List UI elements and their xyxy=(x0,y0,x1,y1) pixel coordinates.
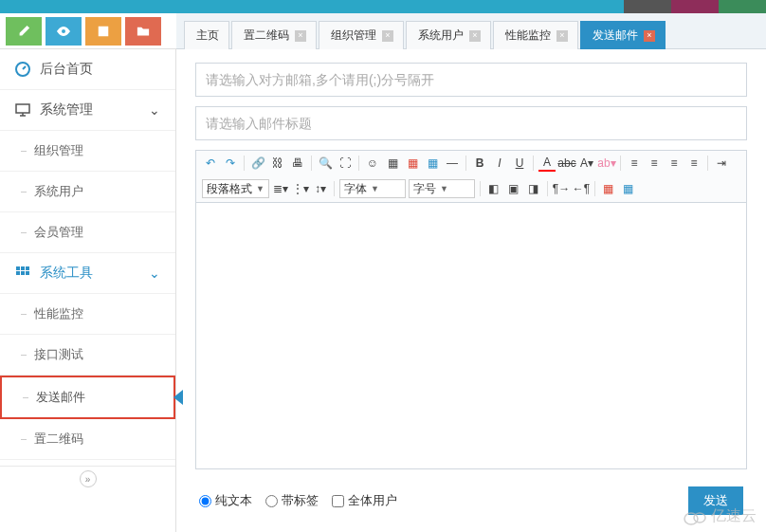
radio-input[interactable] xyxy=(199,495,211,507)
tab-perf[interactable]: 性能监控× xyxy=(493,21,578,49)
recipient-input[interactable] xyxy=(195,63,747,97)
sidebar-label: 系统工具 xyxy=(40,265,93,282)
tab-org[interactable]: 组织管理× xyxy=(319,21,404,49)
edit-button[interactable] xyxy=(6,17,42,46)
sidebar-item-sendmail[interactable]: 发送邮件 xyxy=(0,376,175,419)
svg-point-9 xyxy=(694,513,705,523)
eye-icon xyxy=(56,24,71,39)
sidebar-sublabel: 组织管理 xyxy=(34,142,83,159)
action-buttons xyxy=(0,13,176,49)
align-left-button[interactable]: ≡ xyxy=(626,155,643,172)
redo-button[interactable]: ↷ xyxy=(222,155,239,172)
watermark-text: 亿速云 xyxy=(711,506,757,526)
sidebar-item-qrcode[interactable]: 置二维码 xyxy=(0,419,175,460)
sidebar-sublabel: 会员管理 xyxy=(34,224,83,241)
table-button[interactable]: ▦ xyxy=(424,155,441,172)
top-accent-2 xyxy=(671,0,719,13)
sidebar-footer: » xyxy=(0,466,175,491)
svg-rect-6 xyxy=(21,271,25,275)
rtl-button[interactable]: ←¶ xyxy=(573,180,590,197)
separator xyxy=(594,181,595,196)
float-none-button[interactable]: ▣ xyxy=(505,180,522,197)
italic-button[interactable]: I xyxy=(491,155,508,172)
book-button[interactable] xyxy=(85,17,121,46)
image-button[interactable]: ▦ xyxy=(384,155,401,172)
float-left-button[interactable]: ◧ xyxy=(485,180,502,197)
separator xyxy=(620,156,621,171)
pencil-icon xyxy=(17,25,30,38)
unlink-button[interactable]: ⛓ xyxy=(269,155,286,172)
dashboard-icon xyxy=(15,62,30,77)
editor-toolbar: ↶ ↷ 🔗 ⛓ 🖶 🔍 ⛶ ☺ ▦ ▦ ▦ — B I U A xyxy=(196,151,746,203)
align-center-button[interactable]: ≡ xyxy=(646,155,663,172)
close-icon[interactable]: × xyxy=(644,30,655,42)
float-right-button[interactable]: ◨ xyxy=(525,180,542,197)
tab-label: 组织管理 xyxy=(331,28,376,44)
checkbox-input[interactable] xyxy=(332,495,344,507)
tab-users[interactable]: 系统用户× xyxy=(406,21,491,49)
svg-rect-1 xyxy=(16,104,29,113)
close-icon[interactable]: × xyxy=(556,30,568,42)
bold-button[interactable]: B xyxy=(471,155,488,172)
video-button[interactable]: ▦ xyxy=(620,180,637,197)
search-button[interactable]: 🔍 xyxy=(317,155,334,172)
active-arrow-icon xyxy=(173,390,183,405)
sidebar-item-apitest[interactable]: 接口测试 xyxy=(0,335,175,376)
ltr-button[interactable]: ¶→ xyxy=(553,180,570,197)
date-button[interactable]: ▦ xyxy=(404,155,421,172)
editor-body[interactable] xyxy=(196,203,746,468)
hr-button[interactable]: — xyxy=(444,155,461,172)
collapse-button[interactable]: » xyxy=(80,470,97,487)
tabs-bar: 主页 置二维码× 组织管理× 系统用户× 性能监控× 发送邮件× xyxy=(176,13,766,49)
subject-input[interactable] xyxy=(195,106,747,140)
align-justify-button[interactable]: ≡ xyxy=(685,155,702,172)
tab-sendmail[interactable]: 发送邮件× xyxy=(580,21,666,49)
close-icon[interactable]: × xyxy=(295,30,306,42)
svg-rect-4 xyxy=(26,266,29,270)
tab-home[interactable]: 主页 xyxy=(184,21,229,49)
sidebar-item-members[interactable]: 会员管理 xyxy=(0,212,175,253)
link-button[interactable]: 🔗 xyxy=(249,155,266,172)
tab-label: 置二维码 xyxy=(244,28,289,44)
close-icon[interactable]: × xyxy=(382,30,393,42)
fontcolor2-button[interactable]: A▾ xyxy=(578,155,595,172)
underline-button[interactable]: U xyxy=(511,155,528,172)
lineheight-button[interactable]: ↕▾ xyxy=(312,180,329,197)
undo-button[interactable]: ↶ xyxy=(202,155,219,172)
tab-qrcode[interactable]: 置二维码× xyxy=(231,21,317,49)
select-label: 字号 xyxy=(413,181,436,197)
close-icon[interactable]: × xyxy=(469,30,481,42)
highlight-button[interactable]: ab▾ xyxy=(598,155,615,172)
sidebar-item-org[interactable]: 组织管理 xyxy=(0,131,175,172)
align-right-button[interactable]: ≡ xyxy=(666,155,683,172)
emoji-button[interactable]: ☺ xyxy=(364,155,381,172)
cloud-icon xyxy=(683,508,707,525)
unorderlist-button[interactable]: ⋮▾ xyxy=(292,180,309,197)
radio-plaintext[interactable]: 纯文本 xyxy=(199,492,252,509)
orderlist-button[interactable]: ≣▾ xyxy=(272,180,289,197)
sidebar-systools[interactable]: 系统工具 ⌄ xyxy=(0,253,175,294)
tab-label: 发送邮件 xyxy=(593,28,638,44)
radio-tags[interactable]: 带标签 xyxy=(265,492,319,509)
fullscreen-button[interactable]: ⛶ xyxy=(337,155,354,172)
fontfamily-select[interactable]: 字体▼ xyxy=(339,179,406,198)
folder-button[interactable] xyxy=(125,17,161,46)
fontsize-select[interactable]: 字号▼ xyxy=(409,179,475,198)
sidebar-label: 系统管理 xyxy=(40,101,93,119)
sidebar-item-sysusers[interactable]: 系统用户 xyxy=(0,172,175,212)
format-select[interactable]: 段落格式▼ xyxy=(202,179,269,198)
sidebar-item-perf[interactable]: 性能监控 xyxy=(0,294,175,335)
indent-button[interactable]: ⇥ xyxy=(713,155,730,172)
radio-input[interactable] xyxy=(265,495,278,507)
sidebar-sysmanage[interactable]: 系统管理 ⌄ xyxy=(0,90,175,131)
folder-icon xyxy=(137,25,150,38)
top-accent-3 xyxy=(719,0,766,13)
fontcolor-button[interactable]: A xyxy=(538,155,556,172)
check-all-users[interactable]: 全体用户 xyxy=(332,492,397,509)
view-button[interactable] xyxy=(46,17,82,46)
media-button[interactable]: ▦ xyxy=(600,180,617,197)
strike-button[interactable]: abc xyxy=(558,155,575,172)
sidebar-home[interactable]: 后台首页 xyxy=(0,49,175,90)
print-button[interactable]: 🖶 xyxy=(289,155,306,172)
select-label: 字体 xyxy=(344,181,367,197)
